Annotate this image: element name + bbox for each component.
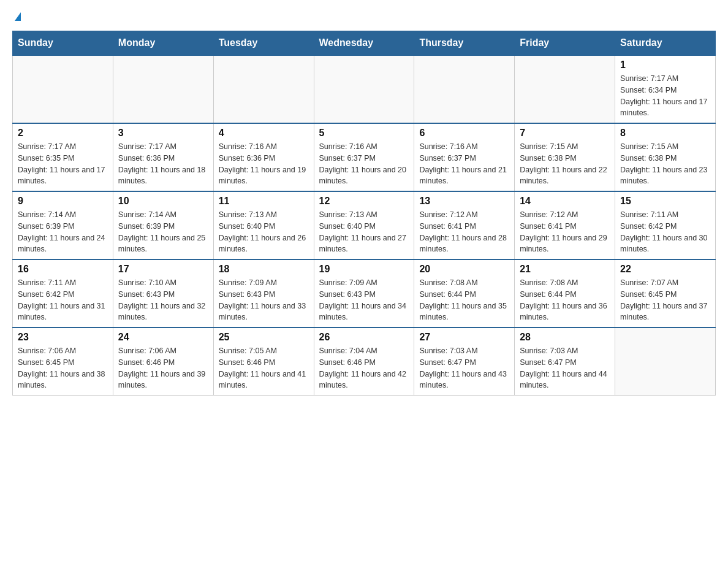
day-info: Sunrise: 7:14 AMSunset: 6:39 PMDaylight:… bbox=[18, 209, 108, 255]
day-info: Sunrise: 7:06 AMSunset: 6:46 PMDaylight:… bbox=[118, 345, 208, 391]
calendar-cell: 5Sunrise: 7:16 AMSunset: 6:37 PMDaylight… bbox=[314, 123, 414, 191]
day-info: Sunrise: 7:15 AMSunset: 6:38 PMDaylight:… bbox=[520, 141, 610, 187]
calendar-cell: 16Sunrise: 7:11 AMSunset: 6:42 PMDayligh… bbox=[13, 259, 113, 327]
calendar-cell: 23Sunrise: 7:06 AMSunset: 6:45 PMDayligh… bbox=[13, 327, 113, 396]
calendar-cell bbox=[213, 55, 314, 123]
calendar-cell: 11Sunrise: 7:13 AMSunset: 6:40 PMDayligh… bbox=[213, 191, 314, 259]
calendar-cell bbox=[13, 55, 113, 123]
day-number: 28 bbox=[520, 332, 610, 343]
calendar-header-row: SundayMondayTuesdayWednesdayThursdayFrid… bbox=[13, 31, 716, 56]
day-number: 17 bbox=[118, 264, 208, 275]
calendar-week-2: 2Sunrise: 7:17 AMSunset: 6:35 PMDaylight… bbox=[13, 123, 716, 191]
day-info: Sunrise: 7:08 AMSunset: 6:44 PMDaylight:… bbox=[520, 277, 610, 323]
calendar-table: SundayMondayTuesdayWednesdayThursdayFrid… bbox=[12, 31, 716, 396]
day-info: Sunrise: 7:17 AMSunset: 6:34 PMDaylight:… bbox=[620, 73, 710, 119]
calendar-cell bbox=[314, 55, 414, 123]
calendar-header-monday: Monday bbox=[113, 31, 213, 56]
calendar-cell: 27Sunrise: 7:03 AMSunset: 6:47 PMDayligh… bbox=[414, 327, 515, 396]
day-info: Sunrise: 7:08 AMSunset: 6:44 PMDaylight:… bbox=[419, 277, 509, 323]
calendar-cell: 13Sunrise: 7:12 AMSunset: 6:41 PMDayligh… bbox=[414, 191, 515, 259]
calendar-cell bbox=[113, 55, 213, 123]
calendar-cell: 17Sunrise: 7:10 AMSunset: 6:43 PMDayligh… bbox=[113, 259, 213, 327]
calendar-cell: 7Sunrise: 7:15 AMSunset: 6:38 PMDaylight… bbox=[515, 123, 615, 191]
day-info: Sunrise: 7:16 AMSunset: 6:36 PMDaylight:… bbox=[219, 141, 309, 187]
day-info: Sunrise: 7:15 AMSunset: 6:38 PMDaylight:… bbox=[620, 141, 710, 187]
calendar-cell: 28Sunrise: 7:03 AMSunset: 6:47 PMDayligh… bbox=[515, 327, 615, 396]
day-number: 12 bbox=[319, 196, 409, 207]
day-info: Sunrise: 7:14 AMSunset: 6:39 PMDaylight:… bbox=[118, 209, 208, 255]
day-number: 16 bbox=[18, 264, 108, 275]
day-info: Sunrise: 7:13 AMSunset: 6:40 PMDaylight:… bbox=[319, 209, 409, 255]
day-number: 5 bbox=[319, 128, 409, 139]
calendar-week-1: 1Sunrise: 7:17 AMSunset: 6:34 PMDaylight… bbox=[13, 55, 716, 123]
calendar-header-wednesday: Wednesday bbox=[314, 31, 414, 56]
day-number: 1 bbox=[620, 59, 710, 71]
day-info: Sunrise: 7:16 AMSunset: 6:37 PMDaylight:… bbox=[419, 141, 509, 187]
day-number: 15 bbox=[620, 196, 710, 207]
calendar-cell: 20Sunrise: 7:08 AMSunset: 6:44 PMDayligh… bbox=[414, 259, 515, 327]
day-number: 19 bbox=[319, 264, 409, 275]
day-info: Sunrise: 7:13 AMSunset: 6:40 PMDaylight:… bbox=[219, 209, 309, 255]
calendar-cell: 26Sunrise: 7:04 AMSunset: 6:46 PMDayligh… bbox=[314, 327, 414, 396]
calendar-header-tuesday: Tuesday bbox=[213, 31, 314, 56]
day-number: 4 bbox=[219, 128, 309, 139]
calendar-header-sunday: Sunday bbox=[13, 31, 113, 56]
day-number: 3 bbox=[118, 128, 208, 139]
calendar-cell: 8Sunrise: 7:15 AMSunset: 6:38 PMDaylight… bbox=[615, 123, 716, 191]
calendar-cell: 12Sunrise: 7:13 AMSunset: 6:40 PMDayligh… bbox=[314, 191, 414, 259]
day-number: 6 bbox=[419, 128, 509, 139]
day-info: Sunrise: 7:11 AMSunset: 6:42 PMDaylight:… bbox=[18, 277, 108, 323]
day-number: 9 bbox=[18, 196, 108, 207]
day-number: 2 bbox=[18, 128, 108, 139]
day-number: 10 bbox=[118, 196, 208, 207]
day-number: 18 bbox=[219, 264, 309, 275]
calendar-cell: 18Sunrise: 7:09 AMSunset: 6:43 PMDayligh… bbox=[213, 259, 314, 327]
calendar-cell: 22Sunrise: 7:07 AMSunset: 6:45 PMDayligh… bbox=[615, 259, 716, 327]
day-info: Sunrise: 7:04 AMSunset: 6:46 PMDaylight:… bbox=[319, 345, 409, 391]
day-number: 23 bbox=[18, 332, 108, 343]
day-info: Sunrise: 7:10 AMSunset: 6:43 PMDaylight:… bbox=[118, 277, 208, 323]
day-info: Sunrise: 7:09 AMSunset: 6:43 PMDaylight:… bbox=[219, 277, 309, 323]
day-info: Sunrise: 7:16 AMSunset: 6:37 PMDaylight:… bbox=[319, 141, 409, 187]
day-info: Sunrise: 7:17 AMSunset: 6:36 PMDaylight:… bbox=[118, 141, 208, 187]
calendar-cell: 4Sunrise: 7:16 AMSunset: 6:36 PMDaylight… bbox=[213, 123, 314, 191]
calendar-cell: 14Sunrise: 7:12 AMSunset: 6:41 PMDayligh… bbox=[515, 191, 615, 259]
logo bbox=[12, 12, 21, 21]
day-number: 8 bbox=[620, 128, 710, 139]
calendar-cell: 15Sunrise: 7:11 AMSunset: 6:42 PMDayligh… bbox=[615, 191, 716, 259]
day-number: 20 bbox=[419, 264, 509, 275]
day-info: Sunrise: 7:06 AMSunset: 6:45 PMDaylight:… bbox=[18, 345, 108, 391]
day-number: 26 bbox=[319, 332, 409, 343]
calendar-cell: 19Sunrise: 7:09 AMSunset: 6:43 PMDayligh… bbox=[314, 259, 414, 327]
day-info: Sunrise: 7:11 AMSunset: 6:42 PMDaylight:… bbox=[620, 209, 710, 255]
calendar-cell: 10Sunrise: 7:14 AMSunset: 6:39 PMDayligh… bbox=[113, 191, 213, 259]
day-number: 21 bbox=[520, 264, 610, 275]
calendar-cell: 1Sunrise: 7:17 AMSunset: 6:34 PMDaylight… bbox=[615, 55, 716, 123]
calendar-cell: 6Sunrise: 7:16 AMSunset: 6:37 PMDaylight… bbox=[414, 123, 515, 191]
calendar-header-thursday: Thursday bbox=[414, 31, 515, 56]
calendar-cell bbox=[414, 55, 515, 123]
logo-triangle-icon bbox=[15, 12, 21, 21]
calendar-cell: 9Sunrise: 7:14 AMSunset: 6:39 PMDaylight… bbox=[13, 191, 113, 259]
page-header bbox=[12, 12, 716, 21]
calendar-cell: 2Sunrise: 7:17 AMSunset: 6:35 PMDaylight… bbox=[13, 123, 113, 191]
day-info: Sunrise: 7:03 AMSunset: 6:47 PMDaylight:… bbox=[419, 345, 509, 391]
day-number: 14 bbox=[520, 196, 610, 207]
day-info: Sunrise: 7:03 AMSunset: 6:47 PMDaylight:… bbox=[520, 345, 610, 391]
day-number: 13 bbox=[419, 196, 509, 207]
calendar-cell: 24Sunrise: 7:06 AMSunset: 6:46 PMDayligh… bbox=[113, 327, 213, 396]
calendar-cell: 3Sunrise: 7:17 AMSunset: 6:36 PMDaylight… bbox=[113, 123, 213, 191]
day-number: 11 bbox=[219, 196, 309, 207]
day-info: Sunrise: 7:09 AMSunset: 6:43 PMDaylight:… bbox=[319, 277, 409, 323]
calendar-cell: 25Sunrise: 7:05 AMSunset: 6:46 PMDayligh… bbox=[213, 327, 314, 396]
day-number: 24 bbox=[118, 332, 208, 343]
day-number: 27 bbox=[419, 332, 509, 343]
calendar-cell: 21Sunrise: 7:08 AMSunset: 6:44 PMDayligh… bbox=[515, 259, 615, 327]
calendar-cell bbox=[515, 55, 615, 123]
day-info: Sunrise: 7:17 AMSunset: 6:35 PMDaylight:… bbox=[18, 141, 108, 187]
calendar-header-saturday: Saturday bbox=[615, 31, 716, 56]
day-number: 22 bbox=[620, 264, 710, 275]
calendar-week-4: 16Sunrise: 7:11 AMSunset: 6:42 PMDayligh… bbox=[13, 259, 716, 327]
day-info: Sunrise: 7:12 AMSunset: 6:41 PMDaylight:… bbox=[419, 209, 509, 255]
day-info: Sunrise: 7:07 AMSunset: 6:45 PMDaylight:… bbox=[620, 277, 710, 323]
